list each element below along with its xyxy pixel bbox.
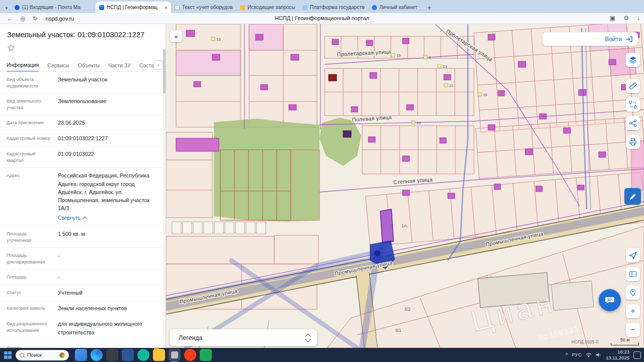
language-indicator[interactable]: РУС xyxy=(572,352,582,357)
active-window-icon[interactable] xyxy=(169,349,181,361)
measure-area-button[interactable] xyxy=(626,98,640,112)
legend-toggle[interactable]: Легенда xyxy=(170,329,317,346)
layers-button[interactable] xyxy=(626,53,640,67)
field-value: Учтенный xyxy=(52,289,163,297)
panel-toggle-button[interactable] xyxy=(626,267,640,281)
extensions-icon[interactable]: ◎ xyxy=(20,16,25,22)
tab-information[interactable]: Информация xyxy=(7,59,39,72)
volume-icon[interactable] xyxy=(596,352,602,357)
svg-text:33: 33 xyxy=(417,121,421,125)
new-tab-button[interactable]: + xyxy=(424,2,435,13)
scrollbar-thumb[interactable] xyxy=(163,49,166,94)
pin-button[interactable] xyxy=(626,286,640,300)
field-label: Вид объекта недвижимости xyxy=(7,75,52,89)
widgets-app-icon[interactable] xyxy=(75,349,87,361)
browser-app-icon[interactable] xyxy=(91,349,103,361)
screenshot-icon[interactable]: ▣ xyxy=(610,15,615,22)
field-row: Вид земельного участка Землепользование xyxy=(0,94,163,115)
field-value: Земельный участок xyxy=(52,75,163,89)
field-label: Форма собственности xyxy=(7,344,52,348)
tab-label: Платформа государствен xyxy=(310,5,365,10)
selected-object-point xyxy=(374,250,380,256)
map-attribution: НСПД 2025 © xyxy=(572,339,599,344)
browser-tab-account[interactable]: Личный кабинет xyxy=(368,2,424,13)
browser-tab-platform[interactable]: Платформа государствен xyxy=(299,2,368,13)
zoom-in-button[interactable]: + xyxy=(626,304,640,318)
date: 13.11.2025 xyxy=(606,355,629,361)
search-label: Поиск xyxy=(27,352,42,358)
locate-arrow-icon xyxy=(629,251,637,259)
tab-objects[interactable]: Объекты xyxy=(78,59,100,71)
tray-expand-icon[interactable]: ^ xyxy=(566,352,568,358)
measure-area-icon xyxy=(629,101,637,109)
tab-parcel-parts[interactable]: Части ЗУ xyxy=(108,59,131,71)
file-explorer-icon[interactable] xyxy=(153,349,165,361)
cadastral-map-svg[interactable]: 13 15 9 23 21 16 33 1А 6/2 6/1 xyxy=(166,24,644,348)
panel-collapse-button[interactable]: « xyxy=(170,30,182,42)
field-label: Статус xyxy=(7,289,52,297)
field-value: 01:09:0103022 xyxy=(52,150,163,164)
svg-text:13: 13 xyxy=(216,37,220,42)
account-favicon xyxy=(372,5,377,10)
green-app-icon[interactable] xyxy=(200,349,212,361)
clock[interactable]: 16:23 13.11.2025 xyxy=(606,349,629,361)
share-button[interactable] xyxy=(626,116,640,130)
tab-services[interactable]: Сервисы xyxy=(47,59,69,71)
svg-text:16: 16 xyxy=(483,93,487,97)
zoom-out-button[interactable]: − xyxy=(626,323,640,337)
browser-tab-doc[interactable]: Текст «учет оборудован xyxy=(171,2,236,13)
reload-icon[interactable]: ↻ xyxy=(32,16,37,22)
field-label: Кадастровый квартал xyxy=(7,150,52,164)
field-row: Форма собственности - xyxy=(0,340,163,348)
notifications-icon[interactable] xyxy=(633,351,641,359)
field-label: Кадастровый номер xyxy=(7,134,52,142)
draw-tools-button[interactable] xyxy=(624,188,641,205)
address-bar[interactable]: nspd.gov.ru xyxy=(46,16,74,22)
favorite-star-icon[interactable] xyxy=(7,44,166,54)
panel-scrollbar[interactable] xyxy=(163,48,166,348)
tab-label: Текст «учет оборудован xyxy=(182,5,233,10)
garage-row xyxy=(172,222,266,234)
scale-bar: 50 м xyxy=(611,337,639,345)
messenger-app-icon[interactable] xyxy=(137,349,149,361)
field-label: Площадь xyxy=(7,273,52,281)
ruler-button[interactable] xyxy=(626,79,640,93)
locate-button[interactable] xyxy=(626,248,640,262)
tab-search-icon[interactable]: ▾ xyxy=(2,3,11,13)
wifi-icon[interactable] xyxy=(586,352,592,357)
field-row: Дата присвоения 23.06.2025 xyxy=(0,115,163,131)
print-button[interactable] xyxy=(626,135,640,149)
yandex-browser-icon[interactable] xyxy=(184,349,196,361)
close-tab-icon[interactable]: × xyxy=(165,5,168,11)
building-darkred xyxy=(329,74,337,81)
browser-tab-mail[interactable]: (1) Входящие - Почта Ма xyxy=(11,2,96,13)
browser-tab-nspd-active[interactable]: НСПД | Геоинформац × xyxy=(96,2,171,13)
field-value: для индивидуального жилищного строительс… xyxy=(52,320,163,336)
building-darkpurple xyxy=(343,131,351,137)
ruler-icon xyxy=(629,82,637,90)
share-icon xyxy=(629,119,637,127)
back-icon[interactable]: ← xyxy=(7,16,13,22)
settings-gear-icon[interactable]: ⚙ xyxy=(623,15,629,22)
browser-tab-outbox[interactable]: Исходящие запросы xyxy=(236,2,299,13)
terminal-app-icon[interactable] xyxy=(106,349,118,361)
download-icon[interactable]: ↓ xyxy=(637,15,640,22)
nspd-favicon xyxy=(99,5,104,10)
time: 16:23 xyxy=(606,349,629,355)
search-icon xyxy=(20,353,24,357)
word-app-icon[interactable] xyxy=(122,349,134,361)
selected-parcel[interactable] xyxy=(380,209,393,243)
field-value: - xyxy=(52,344,163,348)
login-button[interactable]: Войти xyxy=(542,32,638,46)
tab-composition[interactable]: Соста xyxy=(139,59,154,71)
folder-favicon xyxy=(240,5,245,10)
chat-button[interactable] xyxy=(599,289,621,311)
start-button[interactable] xyxy=(4,351,12,359)
field-value: - xyxy=(52,273,163,281)
field-value: Землепользование xyxy=(52,97,163,111)
taskbar-search[interactable]: Поиск xyxy=(16,350,69,360)
tabs-next-arrow-icon[interactable]: › xyxy=(153,60,163,70)
field-value: 1 500 кв. м xyxy=(52,230,163,244)
login-label: Войти xyxy=(605,36,622,43)
collapse-address-link[interactable]: Свернуть xyxy=(58,214,87,222)
